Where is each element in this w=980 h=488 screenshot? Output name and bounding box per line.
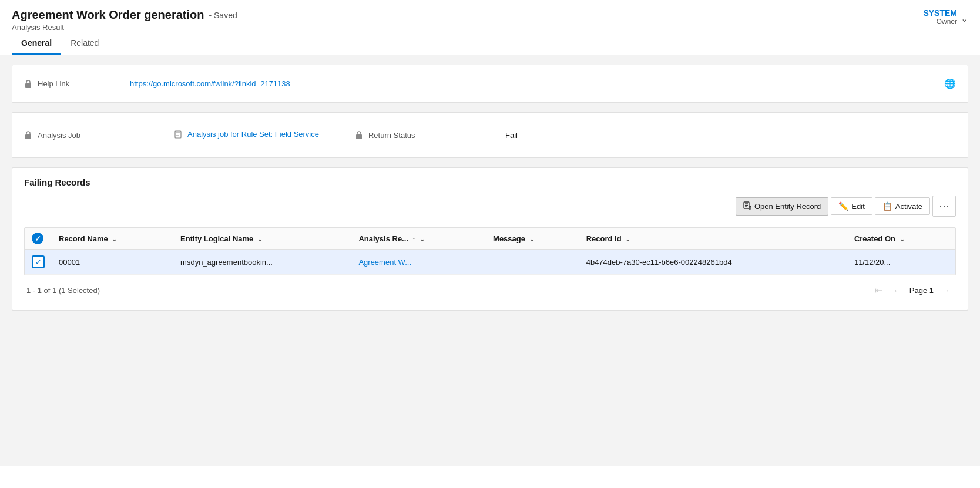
record-name-label: Record Name: [59, 234, 108, 243]
record-id-sort-icon[interactable]: ⌄: [625, 235, 630, 243]
analysis-result-cell[interactable]: Agreement W...: [351, 250, 486, 275]
activate-label: Activate: [895, 202, 922, 211]
records-toolbar: Open Entity Record ✏️ Edit 📋 Activate ⋯: [24, 196, 956, 221]
edit-button[interactable]: ✏️ Edit: [831, 197, 872, 215]
help-link-label: Help Link: [24, 79, 130, 89]
row-checkbox[interactable]: ✓: [32, 255, 45, 268]
doc-icon: [174, 130, 183, 139]
help-link-url[interactable]: https://go.microsoft.com/fwlink/?linkid=…: [130, 79, 290, 88]
first-page-button[interactable]: ⇤: [871, 282, 886, 298]
tab-general[interactable]: General: [12, 32, 61, 55]
analysis-job-card: Analysis Job Analysis job for Rule Set: …: [12, 112, 968, 158]
return-status-label: Return Status: [355, 130, 415, 140]
select-all-column[interactable]: ✓: [25, 228, 52, 250]
analysis-lock-icon: [25, 131, 32, 139]
message-label: Message: [493, 234, 525, 243]
title-text: Agreement Work Order generation: [12, 8, 204, 22]
failing-records-title: Failing Records: [24, 177, 956, 187]
globe-icon: 🌐: [944, 78, 956, 89]
return-status-label-text: Return Status: [368, 131, 415, 140]
svg-rect-0: [25, 83, 31, 88]
record-name-column-header[interactable]: Record Name ⌄: [52, 228, 173, 250]
select-all-checkbox[interactable]: ✓: [32, 233, 43, 244]
owner-control[interactable]: SYSTEM Owner ⌄: [923, 8, 968, 26]
analysis-sort-asc-icon[interactable]: ↑: [412, 235, 416, 243]
analysis-job-label: Analysis Job: [24, 130, 80, 140]
entity-logical-name-column-header[interactable]: Entity Logical Name ⌄: [173, 228, 351, 250]
svg-rect-1: [25, 134, 31, 139]
page-subtitle: Analysis Result: [12, 23, 237, 32]
record-name-cell: 00001: [52, 250, 173, 275]
message-column-header[interactable]: Message ⌄: [486, 228, 579, 250]
owner-chevron-icon: ⌄: [961, 13, 968, 24]
created-on-sort-icon[interactable]: ⌄: [900, 235, 905, 243]
page-title: Agreement Work Order generation - Saved: [12, 8, 237, 22]
activate-button[interactable]: 📋 Activate: [875, 197, 930, 215]
failing-records-card: Failing Records Open Entity: [12, 167, 968, 311]
edit-icon: ✏️: [838, 201, 848, 211]
message-sort-icon[interactable]: ⌄: [529, 235, 535, 243]
user-role: Owner: [923, 18, 957, 26]
svg-rect-6: [356, 134, 362, 139]
failing-records-table: ✓ Record Name ⌄ Entity Logical Name ⌄: [24, 227, 956, 275]
record-name-sort-icon[interactable]: ⌄: [112, 235, 117, 243]
row-checkbox-cell[interactable]: ✓: [25, 250, 52, 275]
open-entity-record-label: Open Entity Record: [754, 202, 821, 211]
record-id-label: Record Id: [586, 234, 622, 243]
analysis-job-value[interactable]: Analysis job for Rule Set: Field Service: [187, 130, 319, 139]
analysis-result-link[interactable]: Agreement W...: [358, 258, 411, 267]
tab-bar: General Related: [0, 32, 980, 55]
page-label: Page 1: [909, 286, 934, 295]
table-row[interactable]: ✓ 00001 msdyn_agreementbookin... Agreeme…: [25, 250, 955, 275]
pagination-bar: 1 - 1 of 1 (1 Selected) ⇤ ← Page 1 →: [24, 275, 956, 301]
created-on-label: Created On: [854, 234, 895, 243]
lock-icon: [25, 80, 32, 88]
more-options-button[interactable]: ⋯: [932, 196, 956, 217]
return-status-value: Fail: [505, 131, 518, 140]
entity-logical-name-label: Entity Logical Name: [180, 234, 253, 243]
return-lock-icon: [355, 131, 363, 139]
open-entity-icon: [743, 201, 751, 211]
open-entity-record-button[interactable]: Open Entity Record: [736, 197, 828, 216]
analysis-result-column-header[interactable]: Analysis Re... ↑ ⌄: [351, 228, 486, 250]
analysis-result-label: Analysis Re...: [358, 234, 408, 243]
help-link-card: Help Link https://go.microsoft.com/fwlin…: [12, 65, 968, 103]
created-on-column-header[interactable]: Created On ⌄: [847, 228, 955, 250]
entity-sort-icon[interactable]: ⌄: [257, 235, 263, 243]
help-link-value[interactable]: https://go.microsoft.com/fwlink/?linkid=…: [130, 79, 290, 88]
user-name: SYSTEM: [923, 8, 957, 18]
record-id-column-header[interactable]: Record Id ⌄: [579, 228, 847, 250]
record-id-cell: 4b474deb-7a30-ec11-b6e6-002248261bd4: [579, 250, 847, 275]
analysis-job-label-text: Analysis Job: [38, 131, 80, 140]
saved-status: - Saved: [209, 11, 237, 20]
edit-label: Edit: [851, 202, 864, 211]
next-page-button[interactable]: →: [937, 283, 954, 298]
message-cell: [486, 250, 579, 275]
pagination-controls: ⇤ ← Page 1 →: [871, 282, 954, 298]
prev-page-button[interactable]: ←: [890, 283, 906, 298]
pagination-info: 1 - 1 of 1 (1 Selected): [26, 286, 100, 295]
analysis-sort-desc-icon[interactable]: ⌄: [419, 235, 425, 243]
created-on-cell: 11/12/20...: [847, 250, 955, 275]
help-link-label-text: Help Link: [38, 79, 69, 88]
tab-related[interactable]: Related: [61, 32, 108, 55]
entity-logical-name-cell: msdyn_agreementbookin...: [173, 250, 351, 275]
activate-icon: 📋: [882, 201, 892, 211]
